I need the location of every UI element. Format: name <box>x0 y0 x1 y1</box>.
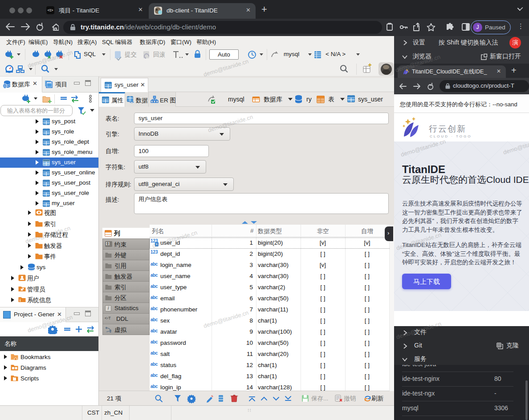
svg-text:i: i <box>20 298 21 303</box>
svg-text:<>: <> <box>130 100 134 103</box>
